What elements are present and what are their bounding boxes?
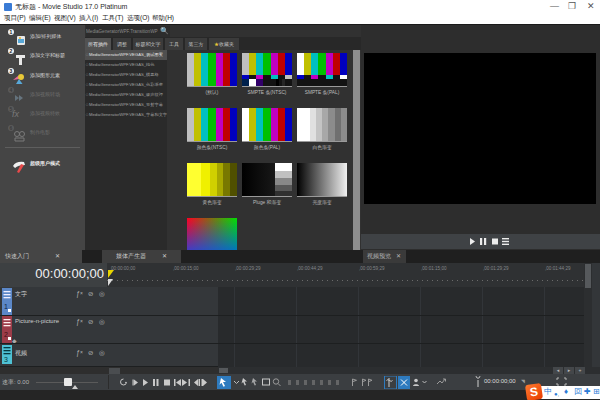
svg-text:2: 2 [4, 331, 8, 338]
svg-text:3: 3 [4, 356, 8, 363]
svg-text:1: 1 [4, 303, 8, 310]
